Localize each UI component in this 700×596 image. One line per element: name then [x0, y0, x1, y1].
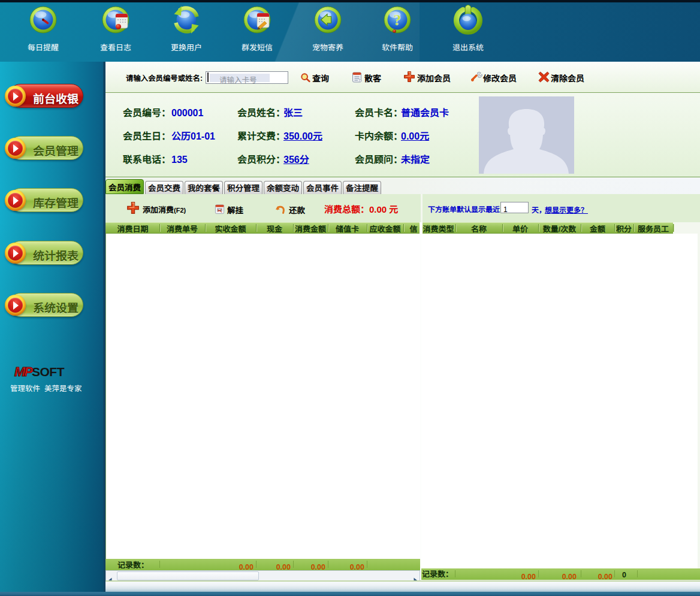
svg-text:?: ?: [394, 12, 402, 28]
